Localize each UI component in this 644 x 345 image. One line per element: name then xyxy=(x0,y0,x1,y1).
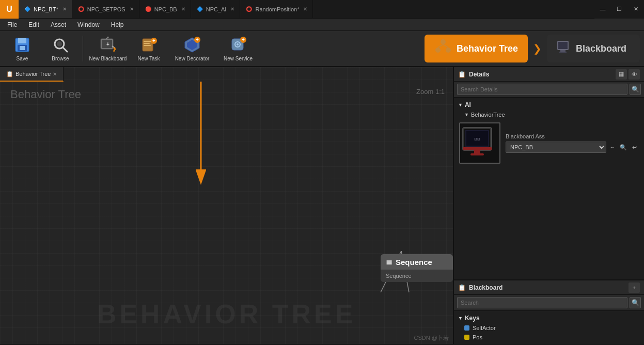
new-decorator-icon: + xyxy=(183,36,201,54)
svg-rect-36 xyxy=(558,42,568,49)
keys-arrow: ▼ xyxy=(458,316,463,321)
tab-close-npc-bt[interactable]: ✕ xyxy=(62,6,67,12)
menu-bar: File Edit Asset Window Help xyxy=(0,19,644,31)
new-task-button[interactable]: + New Task xyxy=(131,33,167,64)
svg-point-32 xyxy=(446,48,451,53)
browse-icon xyxy=(51,36,70,54)
svg-line-33 xyxy=(438,44,443,48)
tab-npc-bt-icon: 🔷 xyxy=(24,6,31,13)
svg-rect-18 xyxy=(144,45,151,46)
new-task-icon: + xyxy=(139,36,158,54)
svg-line-34 xyxy=(443,44,448,48)
svg-rect-48 xyxy=(474,150,480,153)
svg-rect-17 xyxy=(144,43,150,44)
tab-npc-bt[interactable]: 🔷 NPC_BT* ✕ xyxy=(19,0,72,18)
tab-close-random-position[interactable]: ✕ xyxy=(303,6,307,12)
zoom-label: Zoom 1:1 xyxy=(416,88,445,96)
menu-file[interactable]: File xyxy=(2,20,22,29)
menu-asset[interactable]: Asset xyxy=(45,20,71,29)
main-layout: 📋 Behavior Tree ✕ Behavior Tree Zoom 1:1… xyxy=(0,67,644,344)
title-bar: U 🔷 NPC_BT* ✕ ⭕ NPC_SETPOS ✕ 🔴 NPC_BB ✕ … xyxy=(0,0,644,19)
blackboard-asset-dropdown[interactable]: NPC_BB xyxy=(506,142,606,153)
details-search-input[interactable] xyxy=(457,84,627,95)
ai-group[interactable]: ▼ AI xyxy=(454,100,644,110)
blackboard-expand-button[interactable]: + xyxy=(629,283,640,293)
blackboard-back-button[interactable]: ← xyxy=(608,143,617,152)
tab-close-npc-setpos[interactable]: ✕ xyxy=(130,6,134,12)
blackboard-search-bar: 🔍 xyxy=(454,295,644,311)
blackboard-section: 📋 Blackboard + 🔍 ▼ Keys SelfActor xyxy=(454,279,644,344)
new-blackboard-button[interactable]: + New Blackboard xyxy=(87,33,129,64)
ai-group-arrow: ▼ xyxy=(458,102,463,107)
tab-npc-ai-icon: 🔷 xyxy=(196,6,203,13)
key-pos[interactable]: Pos xyxy=(454,333,644,342)
svg-rect-38 xyxy=(559,52,567,53)
tab-npc-setpos-icon: ⭕ xyxy=(77,6,85,13)
tab-npc-ai[interactable]: 🔷 NPC_AI ✕ xyxy=(191,0,241,18)
canvas-tab-icon: 📋 xyxy=(6,71,13,77)
new-decorator-button[interactable]: + New Decorator xyxy=(169,33,215,64)
blackboard-panel-title: Blackboard xyxy=(469,284,502,291)
svg-rect-37 xyxy=(560,50,566,52)
details-search-button[interactable]: 🔍 xyxy=(630,84,641,95)
tab-random-position[interactable]: ⭕ RandomPosition* ✕ xyxy=(240,0,313,18)
save-icon xyxy=(13,36,32,54)
svg-point-31 xyxy=(435,48,441,53)
ue-logo: U xyxy=(0,0,19,19)
tab-close-npc-ai[interactable]: ✕ xyxy=(230,6,234,12)
blackboard-undo-button[interactable]: ↩ xyxy=(630,143,639,152)
svg-point-27 xyxy=(237,43,239,45)
svg-text:BB: BB xyxy=(474,137,480,142)
behavior-tree-icon xyxy=(434,38,452,59)
close-button[interactable]: ✕ xyxy=(627,0,644,19)
svg-text:+: + xyxy=(196,37,199,42)
sequence-body: Sequence xyxy=(381,270,453,282)
csdn-label: CSDN @卜若 xyxy=(414,334,449,342)
sequence-icon: ≣ xyxy=(386,257,392,266)
canvas-tab-behavior-tree[interactable]: 📋 Behavior Tree ✕ xyxy=(0,67,64,82)
tab-npc-setpos[interactable]: ⭕ NPC_SETPOS ✕ xyxy=(72,0,139,18)
canvas-tab-close[interactable]: ✕ xyxy=(53,71,57,77)
menu-help[interactable]: Help xyxy=(106,20,129,29)
tab-close-npc-bb[interactable]: ✕ xyxy=(181,6,185,12)
right-panel: 📋 Details ▦ 👁 🔍 ▼ AI ▼ BehaviorTree xyxy=(453,67,644,344)
menu-window[interactable]: Window xyxy=(72,20,105,29)
toolbar-separator-1 xyxy=(83,36,83,61)
save-button[interactable]: Save xyxy=(4,33,40,64)
svg-rect-16 xyxy=(144,41,152,42)
minimize-button[interactable]: — xyxy=(594,0,611,19)
tab-npc-bb-icon: 🔴 xyxy=(145,6,152,13)
details-panel-icon: 📋 xyxy=(458,71,466,78)
blackboard-search-button[interactable]: 🔍 xyxy=(630,297,641,308)
blackboard-icon xyxy=(556,39,572,58)
details-grid-button[interactable]: ▦ xyxy=(616,69,627,80)
svg-rect-3 xyxy=(20,46,25,50)
menu-edit[interactable]: Edit xyxy=(23,20,44,29)
browse-button[interactable]: Browse xyxy=(42,33,78,64)
details-panel-title: Details xyxy=(469,71,489,78)
toolbar: Save Browse + New Blackboard xyxy=(0,31,644,67)
behavior-tree-sub[interactable]: ▼ BehaviorTree xyxy=(454,110,644,119)
key-self-actor[interactable]: SelfActor xyxy=(454,323,644,333)
blackboard-search-input[interactable] xyxy=(457,297,627,308)
blackboard-asset-label: Blackboard Ass xyxy=(506,133,639,139)
new-service-button[interactable]: + New Service xyxy=(217,33,259,64)
tab-random-position-icon: ⭕ xyxy=(245,6,253,13)
new-blackboard-icon: + xyxy=(99,36,117,54)
sequence-node[interactable]: ≣ Sequence Sequence xyxy=(381,254,453,282)
title-bar-controls: — ☐ ✕ xyxy=(594,0,644,19)
blackboard-thumbnail[interactable]: BB xyxy=(459,122,500,164)
new-service-icon: + xyxy=(229,36,247,54)
details-eye-button[interactable]: 👁 xyxy=(629,69,640,80)
tab-npc-bb[interactable]: 🔴 NPC_BB ✕ xyxy=(139,0,191,18)
blackboard-panel-button[interactable]: Blackboard xyxy=(547,35,640,62)
blackboard-panel-icon: 📋 xyxy=(458,284,466,291)
canvas-area[interactable]: 📋 Behavior Tree ✕ Behavior Tree Zoom 1:1… xyxy=(0,67,453,344)
behavior-tree-button[interactable]: Behavior Tree xyxy=(425,35,528,62)
pos-color-dot xyxy=(464,335,469,340)
blackboard-panel-controls: + xyxy=(629,283,640,293)
svg-text:+: + xyxy=(152,38,155,43)
svg-line-5 xyxy=(63,48,67,52)
maximize-button[interactable]: ☐ xyxy=(611,0,627,19)
blackboard-find-button[interactable]: 🔍 xyxy=(619,143,628,152)
